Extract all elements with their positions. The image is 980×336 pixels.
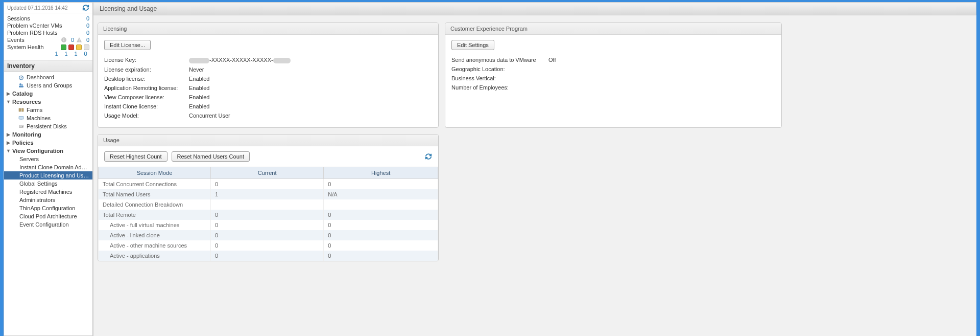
cell-label: Total Named Users <box>99 189 211 199</box>
nav-servers[interactable]: Servers <box>4 155 92 163</box>
health-green-count[interactable]: 1 <box>54 51 59 57</box>
license-key-mask-icon <box>189 58 209 63</box>
cell-label: Active - other machine sources <box>99 240 211 251</box>
chevron-right-icon: ▶ <box>6 132 10 137</box>
cell-current: 0 <box>211 240 324 251</box>
nav-dashboard-label: Dashboard <box>27 74 90 80</box>
nav-persistent-disks[interactable]: Persistent Disks <box>4 122 92 130</box>
nav-plu-label: Product Licensing and Usage <box>19 172 90 178</box>
cell-highest: 0 <box>324 240 438 251</box>
events-info-count[interactable]: 0 <box>69 37 74 43</box>
usage-panel-title: Usage <box>98 135 438 146</box>
cell-highest: 0 <box>324 210 438 220</box>
cell-highest: 0 <box>324 220 438 230</box>
health-grey-icon <box>84 44 89 50</box>
problem-rds-label: Problem RDS Hosts <box>7 30 57 36</box>
nav-monitoring-label: Monitoring <box>12 131 90 138</box>
usage-model-label: Usage Model: <box>104 113 189 119</box>
chevron-down-icon: ▼ <box>6 99 10 104</box>
disk-icon <box>17 123 25 129</box>
chevron-right-icon: ▶ <box>6 140 10 145</box>
nav-administrators[interactable]: Administrators <box>4 196 92 204</box>
nav-dashboard[interactable]: Dashboard <box>4 73 92 81</box>
license-key-mid: -XXXXX-XXXXX-XXXXX- <box>209 57 273 63</box>
cell-highest: 0 <box>324 230 438 240</box>
nav-cpa-label: Cloud Pod Architecture <box>19 213 90 219</box>
nav-servers-label: Servers <box>19 156 90 162</box>
cell-current <box>211 199 324 210</box>
licensing-panel: Licensing Edit License... License Key: -… <box>98 23 439 128</box>
reset-highest-button[interactable]: Reset Highest Count <box>104 151 168 162</box>
svg-rect-9 <box>19 108 21 111</box>
usage-col-current[interactable]: Current <box>211 167 324 178</box>
nav-view-configuration-label: View Configuration <box>12 148 90 154</box>
nav-catalog[interactable]: ▶ Catalog <box>4 89 92 98</box>
health-red-count[interactable]: 1 <box>63 51 69 57</box>
usage-col-highest[interactable]: Highest <box>324 167 438 178</box>
nav-global-settings[interactable]: Global Settings <box>4 180 92 188</box>
farms-icon <box>17 107 25 113</box>
events-warn-count[interactable]: 0 <box>84 37 89 43</box>
nav-machines[interactable]: Machines <box>4 114 92 122</box>
table-row: Active - full virtual machines00 <box>99 220 438 230</box>
reset-named-users-button[interactable]: Reset Named Users Count <box>172 151 250 162</box>
cep-panel: Customer Experience Program Edit Setting… <box>445 23 782 128</box>
nav-registered-machines[interactable]: Registered Machines <box>4 188 92 196</box>
nav-farms[interactable]: Farms <box>4 106 92 114</box>
health-yellow-count[interactable]: 1 <box>73 51 79 57</box>
nav-thinapp-configuration[interactable]: ThinApp Configuration <box>4 204 92 212</box>
view-composer-license-value: Enabled <box>189 94 209 100</box>
problem-vcenter-count[interactable]: 0 <box>84 23 89 29</box>
nav-persistent-disks-label: Persistent Disks <box>27 123 90 129</box>
cell-label: Active - linked clone <box>99 230 211 240</box>
nav-event-configuration[interactable]: Event Configuration <box>4 220 92 229</box>
nav-evconf-label: Event Configuration <box>19 221 90 228</box>
cell-current: 0 <box>211 220 324 230</box>
cell-current: 0 <box>211 178 324 189</box>
edit-settings-button[interactable]: Edit Settings <box>451 40 494 50</box>
cell-label: Active - applications <box>99 251 211 261</box>
cep-emp-label: Number of Employees: <box>451 84 548 91</box>
nav-monitoring[interactable]: ▶ Monitoring <box>4 130 92 139</box>
svg-rect-10 <box>21 108 23 111</box>
nav-instant-clone-domain-admins[interactable]: Instant Clone Domain Admins <box>4 163 92 171</box>
sessions-count[interactable]: 0 <box>84 15 89 21</box>
licensing-panel-title: Licensing <box>98 23 438 35</box>
problem-vcenter-label: Problem vCenter VMs <box>7 23 62 29</box>
svg-rect-12 <box>20 120 22 120</box>
system-health-label: System Health <box>7 44 44 50</box>
chevron-down-icon: ▼ <box>6 148 10 153</box>
table-row: Active - other machine sources00 <box>99 240 438 251</box>
nav-gsettings-label: Global Settings <box>19 181 90 187</box>
table-row: Total Remote00 <box>99 210 438 220</box>
svg-rect-11 <box>19 117 23 120</box>
cell-label: Total Concurrent Connections <box>99 178 211 189</box>
edit-license-button[interactable]: Edit License... <box>104 40 151 50</box>
nav-resources[interactable]: ▼ Resources <box>4 98 92 106</box>
svg-point-14 <box>22 126 23 127</box>
machines-icon <box>17 115 25 121</box>
health-grey-count[interactable]: 0 <box>83 51 88 57</box>
cep-bv-label: Business Vertical: <box>451 75 548 81</box>
cep-send-label: Send anonymous data to VMware <box>451 57 548 63</box>
nav-icda-label: Instant Clone Domain Admins <box>19 164 90 170</box>
nav-policies[interactable]: ▶ Policies <box>4 139 92 147</box>
problem-rds-count[interactable]: 0 <box>84 30 89 36</box>
page-title: Licensing and Usage <box>93 2 976 15</box>
refresh-icon[interactable] <box>82 4 89 11</box>
cell-highest: 0 <box>324 178 438 189</box>
cell-highest <box>324 199 438 210</box>
license-exp-value: Never <box>189 66 204 73</box>
app-remoting-license-value: Enabled <box>189 85 209 91</box>
nav-users-groups[interactable]: Users and Groups <box>4 81 92 89</box>
usage-col-mode[interactable]: Session Mode <box>99 167 211 178</box>
svg-rect-8 <box>19 86 23 88</box>
nav-view-configuration[interactable]: ▼ View Configuration <box>4 147 92 155</box>
instant-clone-license-value: Enabled <box>189 103 209 109</box>
refresh-icon[interactable] <box>425 153 432 160</box>
nav-cloud-pod-architecture[interactable]: Cloud Pod Architecture <box>4 212 92 220</box>
nav-product-licensing-usage[interactable]: Product Licensing and Usage <box>4 171 92 180</box>
usage-table: Session Mode Current Highest Total Concu… <box>98 167 438 261</box>
sessions-label: Sessions <box>7 15 30 21</box>
nav-thinapp-label: ThinApp Configuration <box>19 205 90 211</box>
